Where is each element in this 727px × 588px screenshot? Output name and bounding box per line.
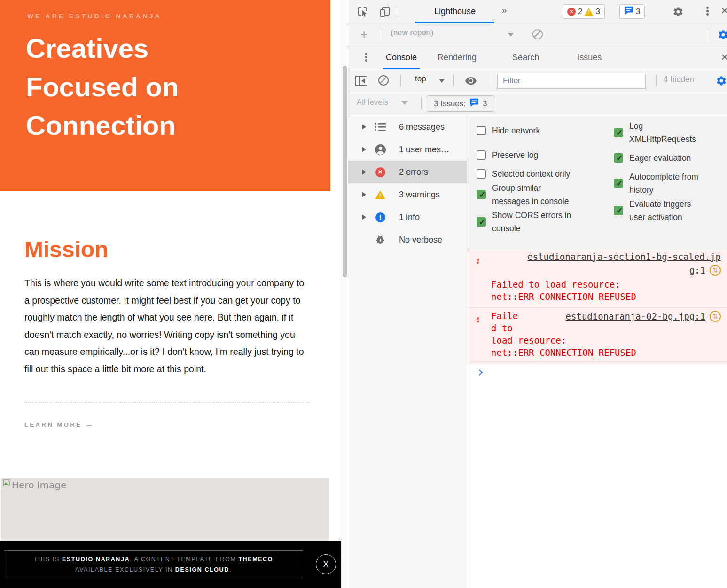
broken-image-icon: [3, 479, 11, 489]
disclosure-triangle-icon[interactable]: [362, 124, 366, 130]
disclosure-triangle-icon[interactable]: [362, 192, 366, 197]
disclosure-triangle-icon[interactable]: [362, 147, 366, 152]
error-text: net::ERR_CONNECTION_REFUSED: [491, 347, 636, 358]
device-toolbar-icon[interactable]: [379, 6, 391, 20]
checkbox[interactable]: [477, 150, 486, 160]
console-prompt[interactable]: [467, 364, 727, 383]
bug-icon: [374, 234, 386, 246]
clear-reports-icon[interactable]: [532, 29, 543, 39]
list-icon: [374, 121, 386, 133]
close-icon: X: [323, 560, 328, 569]
sidebar-item-user-messages[interactable]: 1 user mes…: [348, 138, 467, 161]
separator: [453, 74, 454, 87]
chevron-down-icon[interactable]: [439, 79, 445, 83]
dotted-divider: [24, 402, 309, 403]
checkbox[interactable]: [477, 190, 486, 199]
context-selector[interactable]: top: [415, 74, 426, 84]
resource-link[interactable]: estudionaranja-02-bg.jpg:1: [566, 311, 705, 321]
issues-bubble-icon: [624, 6, 633, 17]
separator: [709, 28, 709, 41]
checkbox[interactable]: [614, 206, 623, 215]
sidebar-item-messages[interactable]: 6 messages: [348, 116, 467, 138]
sidebar-item-errors[interactable]: ✕ 2 errors: [348, 161, 467, 183]
settings-gear-icon[interactable]: [672, 6, 684, 19]
checkbox[interactable]: [477, 126, 486, 135]
console-sidebar-toggle-icon[interactable]: [355, 75, 368, 89]
tab-rendering[interactable]: Rendering: [429, 46, 485, 69]
issues-badge[interactable]: 3: [619, 4, 645, 19]
checkbox-preserve-log[interactable]: Preserve log: [477, 149, 573, 162]
issues-count: 3: [636, 7, 640, 16]
banner-close-button[interactable]: X: [316, 554, 336, 574]
request-initiator-icon[interactable]: ⇅: [710, 265, 721, 276]
live-expression-eye-icon[interactable]: [464, 75, 478, 89]
close-devtools-icon[interactable]: ✕: [720, 5, 727, 16]
checkbox[interactable]: [477, 169, 486, 179]
checkbox[interactable]: [614, 128, 623, 137]
lighthouse-toolbar: + (new report): [348, 23, 727, 46]
checkbox[interactable]: [614, 179, 623, 188]
filter-input[interactable]: [497, 73, 646, 89]
sidebar-item-warnings[interactable]: 3 warnings: [348, 183, 467, 206]
console-messages: ✕ estudionaranja-section1-bg-scaled.jp g…: [467, 249, 727, 383]
resource-link[interactable]: g:1: [689, 265, 705, 275]
warning-icon: [585, 8, 593, 16]
log-levels-select[interactable]: All levels: [357, 98, 388, 107]
disclosure-triangle-icon[interactable]: [362, 169, 366, 175]
issues-counter-button[interactable]: 3 Issues: 3: [427, 95, 494, 112]
user-icon: [374, 143, 386, 156]
error-text: net::ERR_CONNECTION_REFUSED: [491, 291, 636, 302]
checkbox-autocomplete-history[interactable]: Autocomplete from history: [614, 170, 705, 196]
checkbox-group-similar[interactable]: Group similar messages in console: [477, 181, 573, 208]
console-settings-pane: Hide network Preserve log Selected conte…: [467, 116, 727, 249]
issues-label: 3 Issues:: [434, 99, 466, 109]
error-icon: ✕: [374, 166, 386, 178]
sidebar-item-verbose[interactable]: No verbose: [348, 228, 467, 251]
lighthouse-settings-gear-icon[interactable]: [718, 29, 727, 42]
tab-console[interactable]: Console: [377, 46, 425, 69]
page-scrollbar[interactable]: [341, 0, 348, 588]
report-select[interactable]: (new report): [391, 28, 434, 38]
chevron-down-icon[interactable]: [508, 33, 514, 37]
checkbox-log-xmlhttprequests[interactable]: Log XMLHttpRequests: [614, 119, 705, 146]
console-error-message: ✕ estudionaranja-section1-bg-scaled.jp g…: [467, 249, 727, 308]
checkbox[interactable]: [477, 217, 486, 227]
new-report-icon[interactable]: +: [360, 27, 367, 42]
checkbox-evaluate-triggers[interactable]: Evaluate triggers user activation: [614, 197, 705, 224]
hidden-messages-label: 4 hidden: [664, 75, 694, 84]
close-drawer-icon[interactable]: ✕: [720, 52, 727, 63]
inspect-element-icon[interactable]: [356, 6, 368, 20]
mission-heading: Mission: [24, 236, 109, 262]
checkbox-selected-context-only[interactable]: Selected context only: [477, 167, 573, 180]
hero-image-alt-text: Hero Image: [12, 479, 66, 491]
page-scrollbar-thumb[interactable]: [343, 66, 347, 277]
tab-lighthouse[interactable]: Lighthouse: [415, 0, 494, 23]
error-warning-badge[interactable]: ✕ 2 3: [563, 4, 605, 19]
console-toolbar: top 4 hidden: [348, 69, 727, 92]
eyebrow-text: WE ARE ESTUDIO NARANJA: [27, 13, 162, 20]
checkbox-show-cors-errors[interactable]: Show CORS errors in console: [477, 209, 573, 235]
error-text: d to: [491, 323, 513, 333]
checkbox-hide-network[interactable]: Hide network: [477, 124, 573, 137]
error-icon: ✕: [567, 8, 576, 16]
error-source-link-line1: estudionaranja-section1-bg-scaled.jp: [527, 251, 721, 262]
request-initiator-icon[interactable]: ⇅: [710, 311, 721, 322]
disclosure-triangle-icon[interactable]: [362, 214, 366, 220]
error-text: Failed to load resource:: [491, 279, 620, 290]
checkbox[interactable]: [614, 153, 623, 163]
console-settings-gear-icon[interactable]: [716, 75, 727, 88]
more-options-icon[interactable]: [702, 6, 713, 17]
issues-bubble-icon: [469, 98, 479, 110]
learn-more-link[interactable]: LEARN MORE→: [24, 420, 93, 429]
more-tabs-icon[interactable]: »: [502, 5, 507, 16]
clear-console-icon[interactable]: [378, 75, 389, 86]
tab-issues[interactable]: Issues: [569, 46, 610, 69]
checkbox-eager-evaluation[interactable]: Eager evaluation: [614, 151, 705, 165]
drawer-menu-icon[interactable]: [360, 52, 372, 63]
separator: [382, 28, 382, 41]
tab-search[interactable]: Search: [504, 46, 547, 69]
resource-link[interactable]: estudionaranja-section1-bg-scaled.jp: [527, 251, 721, 262]
chevron-down-icon[interactable]: [401, 101, 408, 105]
sidebar-item-info[interactable]: i 1 info: [348, 206, 467, 228]
mission-paragraph: This is where you would write some text …: [24, 274, 307, 377]
